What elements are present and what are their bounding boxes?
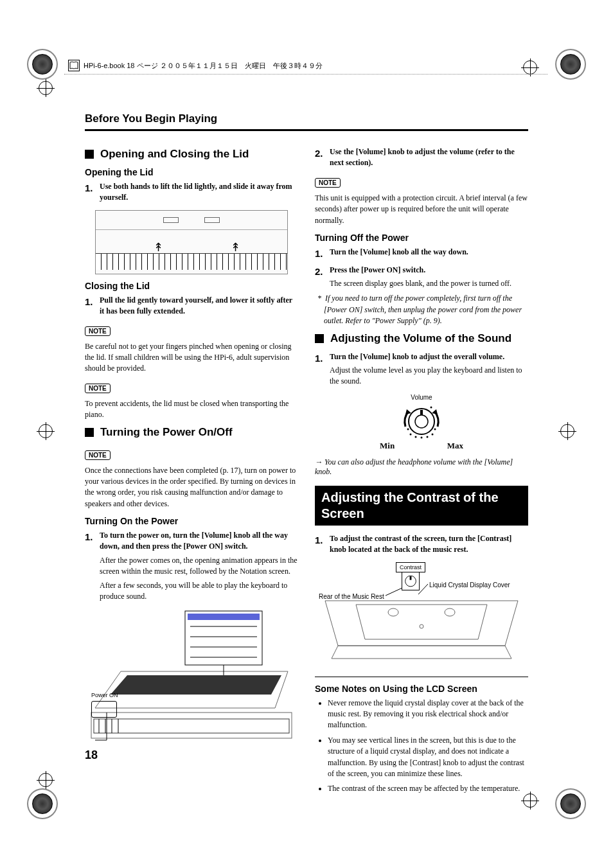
square-bullet-icon [85, 428, 94, 437]
step-close-lid: 1. Pull the lid gently toward yourself, … [85, 295, 298, 317]
svg-rect-19 [420, 410, 423, 415]
lcd-notes-list: Never remove the liquid crystal display … [315, 698, 528, 795]
sub-lcd-notes: Some Notes on Using the LCD Screen [315, 684, 528, 694]
sect-power-onoff: Turning the Power On/Off [85, 426, 298, 439]
note-pinched-fingers: Be careful not to get your fingers pinch… [85, 341, 298, 375]
step-off-press-switch: 2. Press the [Power ON] switch. The scre… [315, 265, 528, 290]
svg-point-26 [432, 433, 434, 435]
square-bullet-icon [315, 334, 324, 343]
note-unplug: * If you need to turn off the power comp… [324, 293, 528, 326]
svg-point-23 [415, 436, 417, 438]
svg-point-36 [388, 608, 398, 616]
fig-label-volume: Volume [380, 394, 463, 401]
lcd-note-2: You may see vertical lines in the screen… [328, 735, 528, 780]
svg-marker-35 [356, 605, 487, 639]
volume-knob-icon [380, 401, 463, 439]
page-content: Before You Begin Playing Opening and Clo… [85, 112, 528, 799]
header-rule [64, 74, 547, 75]
svg-point-28 [407, 428, 409, 430]
note-tag: NOTE [85, 450, 111, 460]
note-tag: NOTE [315, 178, 341, 188]
svg-point-37 [445, 608, 455, 616]
sub-opening-lid: Opening the Lid [85, 167, 298, 177]
crop-mark-tl [32, 54, 53, 75]
sect-title: Adjusting the Volume of the Sound [330, 332, 511, 345]
header-text: HPi-6-e.book 18 ページ ２００５年１１月１５日 火曜日 午後３時… [84, 61, 323, 71]
sect-title: Turning the Power On/Off [100, 426, 233, 439]
lcd-note-3: The contrast of the screen may be affect… [328, 783, 528, 794]
section-rule [315, 677, 528, 677]
book-icon [68, 60, 80, 71]
note-connection-order: Once the connections have been completed… [85, 465, 298, 510]
piano-with-screen-icon [89, 608, 294, 743]
header-bar: HPi-6-e.book 18 ページ ２００５年１１月１５日 火曜日 午後３時… [68, 59, 544, 72]
svg-rect-8 [91, 713, 292, 738]
step-open-lid: 1. Use both hands to lift the lid lightl… [85, 181, 298, 204]
svg-point-24 [421, 436, 423, 438]
step-adjust-volume: 2. Use the [Volume] knob to adjust the v… [315, 146, 528, 169]
music-rest-rear-icon [319, 562, 524, 665]
fig-volume-knob: Volume Min Ma [315, 394, 528, 451]
reg-mark-left-bot [39, 773, 53, 787]
fig-power-on: Power ON [85, 608, 298, 743]
fig-open-lid: ↟ ↟ [85, 210, 298, 274]
note-protection-circuit: This unit is equipped with a protection … [315, 193, 528, 226]
svg-marker-39 [332, 646, 511, 659]
sect-title: Opening and Closing the Lid [100, 148, 249, 161]
reg-mark-left-top [39, 81, 53, 95]
step-power-on: 1. To turn the power on, turn the [Volum… [85, 530, 298, 602]
crop-mark-br [560, 793, 581, 814]
svg-point-25 [427, 436, 429, 438]
svg-point-27 [434, 428, 436, 430]
svg-marker-7 [111, 675, 281, 695]
running-head: Before You Begin Playing [85, 112, 528, 131]
svg-marker-20 [405, 409, 411, 414]
sub-turning-on: Turning On the Power [85, 516, 298, 526]
svg-line-32 [386, 588, 402, 596]
step-off-volume-down: 1. Turn the [Volume] knob all the way do… [315, 247, 528, 261]
step-turn-contrast-knob: 1. To adjust the contrast of the screen,… [315, 533, 528, 556]
step-turn-volume-knob: 1. Turn the [Volume] knob to adjust the … [315, 351, 528, 387]
square-bullet-icon [85, 150, 94, 159]
svg-marker-21 [432, 409, 438, 414]
fig-label-power-on: Power ON [91, 692, 118, 698]
sect-adjust-contrast: Adjusting the Contrast of the Screen [315, 486, 528, 526]
svg-point-18 [415, 415, 428, 428]
reg-mark-right-mid [560, 424, 574, 438]
crop-mark-tr [560, 54, 581, 75]
reg-mark-left-mid [39, 424, 53, 438]
note-transport: To prevent accidents, the lid must be cl… [85, 398, 298, 421]
note-headphone-volume: → You can also adjust the headphone volu… [315, 457, 528, 477]
svg-point-29 [431, 406, 432, 408]
fig-label-min: Min [380, 441, 395, 451]
fig-contrast: Rear of the Music Rest Contrast Liquid C… [315, 562, 528, 665]
sect-opening-closing-lid: Opening and Closing the Lid [85, 148, 298, 161]
svg-point-38 [420, 624, 423, 628]
fig-label-max: Max [447, 441, 463, 451]
right-column: 2. Use the [Volume] knob to adjust the v… [315, 143, 528, 799]
page-number: 18 [85, 748, 98, 799]
svg-rect-1 [188, 614, 260, 620]
lcd-note-1: Never remove the liquid crystal display … [328, 698, 528, 731]
svg-point-22 [410, 433, 412, 435]
note-tag: NOTE [85, 384, 111, 393]
note-tag: NOTE [85, 326, 111, 336]
sub-turning-off: Turning Off the Power [315, 233, 528, 243]
sect-adjust-volume: Adjusting the Volume of the Sound [315, 332, 528, 345]
svg-line-33 [418, 584, 428, 594]
left-column: Opening and Closing the Lid Opening the … [85, 143, 298, 799]
sub-closing-lid: Closing the Lid [85, 281, 298, 291]
crop-mark-bl [32, 793, 53, 814]
